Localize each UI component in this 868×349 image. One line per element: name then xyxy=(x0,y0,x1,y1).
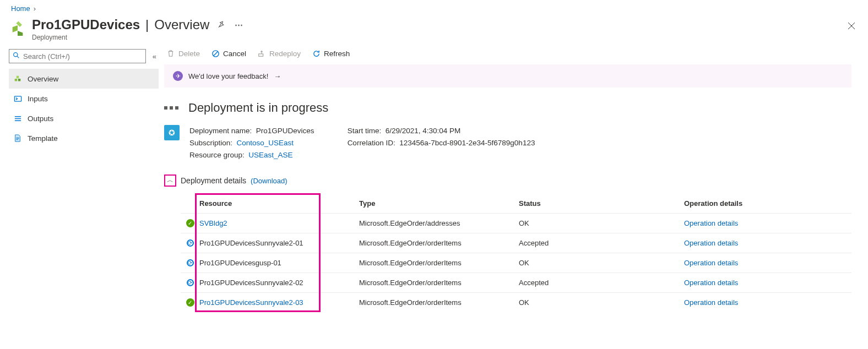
sidebar-item-label: Template xyxy=(28,134,58,143)
chevron-right-icon: › xyxy=(34,4,36,13)
status-title: Deployment is in progress xyxy=(188,101,328,115)
trash-icon xyxy=(166,49,175,58)
sidebar-item-template[interactable]: Template xyxy=(9,128,159,148)
resource-status: OK xyxy=(519,259,684,267)
refresh-button[interactable]: Refresh xyxy=(312,49,350,58)
operation-details-link[interactable]: Operation details xyxy=(684,219,738,227)
deployment-resource-icon xyxy=(10,20,25,36)
sidebar-item-label: Inputs xyxy=(28,95,48,103)
search-icon xyxy=(13,52,20,61)
resource-status: OK xyxy=(519,298,684,307)
svg-rect-6 xyxy=(17,76,19,78)
overview-icon xyxy=(13,74,22,83)
pin-icon[interactable] xyxy=(215,18,227,32)
redeploy-button: Redeploy xyxy=(257,49,301,58)
status-progress-icon: ⟳ xyxy=(187,239,194,247)
start-time-label: Start time: xyxy=(348,127,382,135)
operation-details-link[interactable]: Operation details xyxy=(684,239,738,247)
resource-status: Accepted xyxy=(519,239,684,247)
resource-type: Microsoft.EdgeOrder/orderItems xyxy=(359,259,519,267)
operation-details-link[interactable]: Operation details xyxy=(684,279,738,287)
deployment-badge-icon: ✪ xyxy=(164,125,180,140)
refresh-icon xyxy=(312,49,321,58)
svg-rect-4 xyxy=(15,79,17,81)
svg-rect-5 xyxy=(18,79,20,81)
resource-group-label: Resource group: xyxy=(189,151,245,159)
outputs-icon xyxy=(13,114,22,123)
search-input[interactable] xyxy=(23,52,142,61)
cancel-label: Cancel xyxy=(223,50,246,58)
download-link[interactable]: (Download) xyxy=(251,177,287,185)
status-ok-icon: ✓ xyxy=(186,219,194,227)
sidebar-item-label: Overview xyxy=(28,75,58,83)
close-button[interactable] xyxy=(847,14,868,32)
resource-type: Microsoft.EdgeOrder/addresses xyxy=(359,219,519,227)
status-header: Deployment is in progress xyxy=(159,101,851,125)
operation-details-link[interactable]: Operation details xyxy=(684,298,738,307)
deployment-details-heading: Deployment details xyxy=(181,176,246,185)
col-header-status: Status xyxy=(519,199,684,208)
resource-link[interactable]: Pro1GPUDevicesSunnyvale2-03 xyxy=(199,298,303,307)
resource-status: OK xyxy=(519,219,684,227)
col-header-type: Type xyxy=(359,199,519,208)
sidebar: « Overview Inputs Outputs Template xyxy=(0,46,159,312)
breadcrumb: Home › xyxy=(0,0,868,14)
page-header: Pro1GPUDevices | Overview ⋯ Deployment xyxy=(0,14,847,46)
resource-name: Pro1GPUDevicesgusp-01 xyxy=(199,259,359,267)
deployment-name-label: Deployment name: xyxy=(189,127,252,135)
table-header-row: Resource Type Status Operation details xyxy=(181,193,851,213)
feedback-text: We'd love your feedback! xyxy=(188,72,268,80)
resource-status: Accepted xyxy=(519,279,684,287)
template-icon xyxy=(13,134,22,143)
arrow-right-icon: → xyxy=(274,72,281,80)
resource-type: Microsoft.EdgeOrder/orderItems xyxy=(359,279,519,287)
breadcrumb-home-link[interactable]: Home xyxy=(11,4,30,13)
collapse-sidebar-icon[interactable]: « xyxy=(150,50,159,63)
search-box[interactable] xyxy=(9,49,146,63)
sidebar-item-inputs[interactable]: Inputs xyxy=(9,89,159,108)
start-time-value: 6/29/2021, 4:30:04 PM xyxy=(386,127,461,135)
status-ok-icon: ✓ xyxy=(186,298,194,307)
more-icon[interactable]: ⋯ xyxy=(232,18,245,32)
page-title-divider: | xyxy=(145,17,149,32)
redeploy-label: Redeploy xyxy=(269,50,301,58)
page-title-section: Overview xyxy=(154,17,209,32)
svg-rect-1 xyxy=(18,31,23,36)
operation-details-link[interactable]: Operation details xyxy=(684,259,738,267)
sidebar-item-overview[interactable]: Overview xyxy=(9,69,159,89)
svg-rect-0 xyxy=(13,25,18,32)
table-row: ⟳ Pro1GPUDevicesgusp-01 Microsoft.EdgeOr… xyxy=(181,253,851,272)
resource-name: Pro1GPUDevicesSunnyvale2-02 xyxy=(199,279,359,287)
resource-link[interactable]: SVBldg2 xyxy=(199,219,227,227)
feedback-icon: ✈ xyxy=(173,71,183,81)
inputs-icon xyxy=(13,94,22,103)
status-progress-icon: ⟳ xyxy=(187,279,194,286)
subscription-link[interactable]: Contoso_USEast xyxy=(237,139,294,147)
table-row: ✓ SVBldg2 Microsoft.EdgeOrder/addresses … xyxy=(181,213,851,233)
cancel-icon xyxy=(211,49,220,58)
toolbar: Delete Cancel Redeploy Refresh xyxy=(159,48,851,64)
col-header-operation-details: Operation details xyxy=(684,199,851,208)
feedback-banner[interactable]: ✈ We'd love your feedback! → xyxy=(164,64,851,88)
table-row: ⟳ Pro1GPUDevicesSunnyvale2-02 Microsoft.… xyxy=(181,272,851,292)
page-title: Pro1GPUDevices xyxy=(32,17,140,32)
collapse-details-toggle[interactable]: ︿ xyxy=(164,174,176,187)
page-subtitle: Deployment xyxy=(32,34,836,41)
correlation-id-value: 123456a-7bcd-8901-2e34-5f6789g0h123 xyxy=(399,139,535,147)
cancel-button[interactable]: Cancel xyxy=(211,49,246,58)
sidebar-item-outputs[interactable]: Outputs xyxy=(9,108,159,128)
refresh-label: Refresh xyxy=(324,50,350,58)
subscription-label: Subscription: xyxy=(189,139,232,147)
resource-group-link[interactable]: USEast_ASE xyxy=(248,151,292,159)
main-content: Delete Cancel Redeploy Refresh xyxy=(159,46,868,312)
status-progress-icon: ⟳ xyxy=(187,259,194,266)
svg-rect-9 xyxy=(259,54,263,56)
table-row: ⟳ Pro1GPUDevicesSunnyvale2-01 Microsoft.… xyxy=(181,233,851,253)
resource-name: Pro1GPUDevicesSunnyvale2-01 xyxy=(199,239,359,247)
deployment-name-value: Pro1GPUDevices xyxy=(256,127,314,135)
col-header-resource: Resource xyxy=(199,199,359,208)
deployment-details-table: Resource Type Status Operation details ✓… xyxy=(181,193,851,312)
resource-type: Microsoft.EdgeOrder/orderItems xyxy=(359,239,519,247)
resource-type: Microsoft.EdgeOrder/orderItems xyxy=(359,298,519,307)
svg-point-3 xyxy=(14,53,18,57)
